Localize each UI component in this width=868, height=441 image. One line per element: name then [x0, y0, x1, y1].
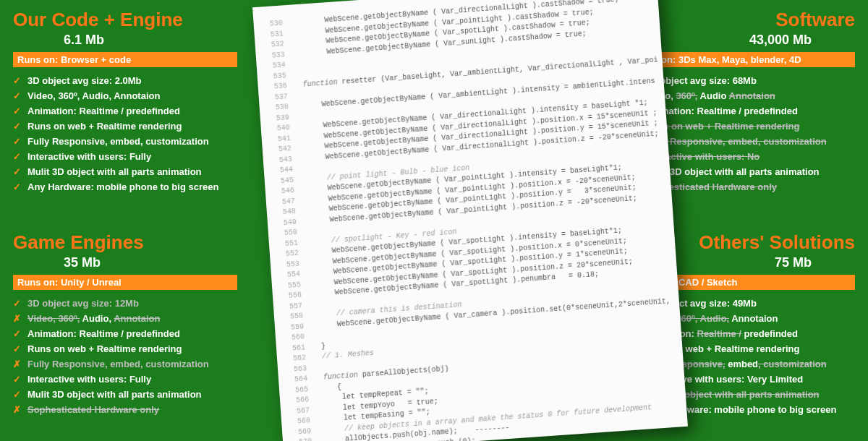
panel-our-code: Our Code + Engine6.1 MbRuns on: Browser …: [13, 9, 237, 194]
feature-item: Sophesticated Hardware only: [13, 402, 237, 417]
feature-text: Animation: Realtime / predefinded: [27, 328, 237, 339]
feature-text: Animation: Realtime / predefinded: [645, 106, 855, 116]
feature-item: Animation: Realtime / predefinded: [13, 326, 237, 341]
check-icon: [13, 136, 23, 147]
feature-text: Video, 360º, Audio Annotaion: [645, 90, 855, 101]
feature-text: 3D object avg size: 2.0Mb: [27, 75, 237, 86]
check-icon: [13, 75, 23, 86]
feature-text: Sophesticated Hardware only: [645, 181, 855, 192]
feature-text: Interactive with users: No: [645, 151, 855, 162]
feature-item: Runs on web + Realtime rendering: [13, 341, 237, 356]
panel-title: Our Code + Engine: [13, 9, 237, 31]
feature-text: Fully Responsive, embed, customization: [27, 359, 237, 369]
feature-item: Any Hardware: mobile phone to big screen: [13, 179, 237, 194]
feature-item: 3D object avg size: 12Mb: [13, 296, 237, 311]
feature-text: Mulit 3D object with all parts animation: [27, 389, 237, 400]
check-icon: [13, 328, 23, 339]
feature-text: Runs on web + Realtime rendering: [645, 121, 855, 132]
check-icon: [13, 181, 23, 192]
feature-text: Mulit 3D object with all parts animation: [645, 166, 855, 177]
check-icon: [13, 90, 23, 101]
feature-item: Interactive with users: Fully: [13, 372, 237, 387]
feature-text: Any Hardware: mobile phone to big screen: [27, 181, 237, 192]
cross-icon: [13, 404, 23, 415]
feature-text: Animation: Realtime / predefinded: [27, 106, 237, 116]
check-icon: [13, 298, 23, 309]
panel-subtitle: 43,000 Mb: [631, 33, 855, 48]
feature-text: Fully Responsive, embed, customization: [645, 136, 855, 147]
panel-game-engines: Game Engines35 MbRuns on: Unity / Unreal…: [13, 231, 237, 417]
check-icon: [13, 343, 23, 354]
cross-icon: [13, 313, 23, 324]
feature-text: Runs on web + Realtime rendering: [27, 121, 237, 132]
feature-text: Sophesticated Hardware only: [27, 404, 237, 415]
feature-item: 3D object avg size: 68Mb: [631, 73, 855, 88]
feature-text: Interactive with users: Fully: [27, 151, 237, 162]
feature-text: Mulit 3D object with all parts animation: [27, 166, 237, 177]
check-icon: [13, 121, 23, 132]
panel-subtitle: 6.1 Mb: [13, 33, 237, 48]
panel-title: Software: [631, 9, 855, 31]
panel-subtitle: 35 Mb: [13, 255, 237, 270]
feature-item: Animation: Realtime / predefinded: [13, 103, 237, 119]
feature-text: 3D object avg size: 68Mb: [645, 75, 855, 86]
feature-item: Runs on web + Realtime rendering: [13, 119, 237, 134]
feature-text: Fully Responsive, embed, customization: [27, 136, 237, 147]
runs-on-bar: Runs on: Unity / Unreal: [13, 275, 237, 290]
feature-item: 3D object avg size: 2.0Mb: [13, 73, 237, 88]
feature-item: Video, 360º, Audio, Annotaion: [13, 311, 237, 326]
feature-text: Interactive with users: Fully: [27, 374, 237, 385]
feature-item: Video, 360º, Audio, Annotaion: [13, 88, 237, 103]
runs-on-bar: Runs on: Browser + code: [13, 52, 237, 67]
check-icon: [13, 374, 23, 385]
cross-icon: [13, 359, 23, 369]
feature-text: Runs on web + Realtime rendering: [27, 343, 237, 354]
runs-on-bar: Runs on: 3Ds Max, Maya, blender, 4D: [631, 52, 855, 67]
panel-title: Game Engines: [13, 231, 237, 254]
feature-text: Video, 360º, Audio, Annotaion: [27, 313, 237, 324]
feature-item: Fully Responsive, embed, customization: [13, 356, 237, 372]
check-icon: [13, 166, 23, 177]
feature-item: Mulit 3D object with all parts animation: [13, 387, 237, 402]
check-icon: [13, 389, 23, 400]
check-icon: [13, 106, 23, 116]
feature-item: Mulit 3D object with all parts animation: [13, 164, 237, 179]
check-icon: [13, 151, 23, 162]
code-paper: 530 WebScene.getObjectByName ( Var_direc…: [252, 0, 688, 441]
feature-text: 3D object avg size: 12Mb: [27, 298, 237, 309]
feature-item: Interactive with users: Fully: [13, 149, 237, 164]
feature-text: Video, 360º, Audio, Annotaion: [27, 90, 237, 101]
feature-item: Fully Responsive, embed, customization: [13, 134, 237, 149]
